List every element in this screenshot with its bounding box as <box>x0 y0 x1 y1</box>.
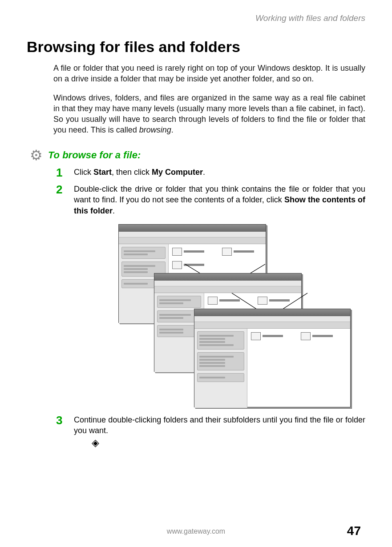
running-header: Working with files and folders <box>27 13 365 23</box>
page-title: Browsing for files and folders <box>27 38 365 56</box>
p2-text-c: . <box>171 125 174 134</box>
step3-text: Continue double-clicking folders and the… <box>74 415 365 435</box>
step-1: Click Start, then click My Computer. <box>56 167 365 177</box>
step1-e: . <box>203 168 205 177</box>
window-level-3 <box>194 309 351 407</box>
end-of-procedure-icon: ◈ <box>92 438 365 448</box>
footer-url: www.gateway.com <box>0 527 392 535</box>
page-number: 47 <box>347 524 361 538</box>
procedure-title: To browse for a file: <box>48 149 141 161</box>
step1-c: , then click <box>112 168 152 177</box>
gear-icon: ⚙ <box>27 148 45 162</box>
step-3: Continue double-clicking folders and the… <box>56 414 365 448</box>
illustration-cascading-windows <box>118 224 350 406</box>
step2-c: . <box>113 206 115 215</box>
step1-start: Start <box>93 168 112 177</box>
step-2: Double-click the drive or folder that yo… <box>56 184 365 406</box>
step1-mycomputer: My Computer <box>152 168 203 177</box>
p2-text-a: Windows drives, folders, and files are o… <box>53 93 365 135</box>
p2-emphasis: browsing <box>139 125 171 134</box>
intro-paragraph-1: A file or folder that you need is rarely… <box>53 63 365 84</box>
intro-paragraph-2: Windows drives, folders, and files are o… <box>53 93 365 136</box>
step1-a: Click <box>74 168 93 177</box>
